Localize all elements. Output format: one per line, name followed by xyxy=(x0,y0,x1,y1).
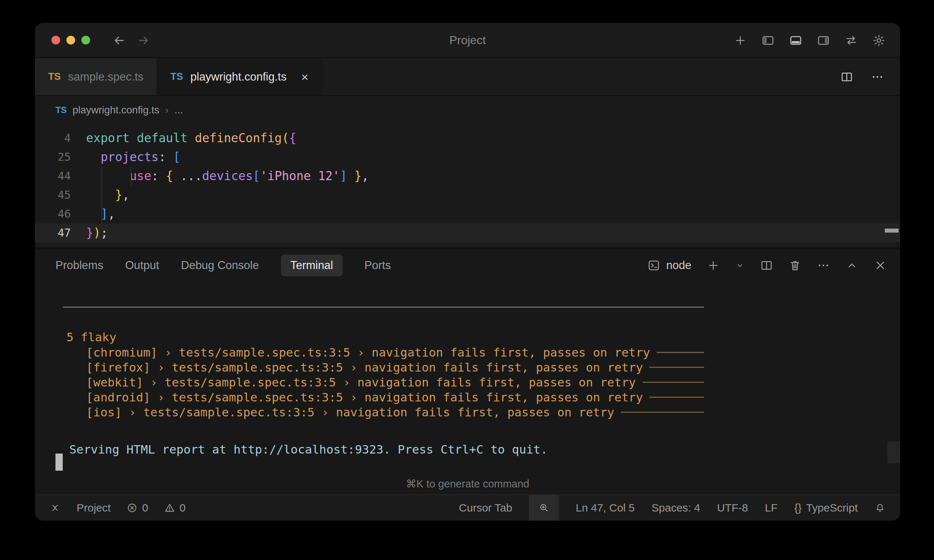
code-text: }); xyxy=(86,223,108,242)
back-button[interactable] xyxy=(112,33,126,48)
minimize-button[interactable] xyxy=(66,36,75,45)
panel-tab-ports[interactable]: Ports xyxy=(364,254,391,276)
flaky-dash-tail xyxy=(643,382,704,383)
tabbar-actions xyxy=(840,58,900,95)
statusbar-right: Cursor TabLn 47, Col 5Spaces: 4UTF-8LF{}… xyxy=(459,495,900,521)
terminal-scrollbar[interactable] xyxy=(887,442,900,463)
error-circle-icon xyxy=(126,502,137,513)
ts-file-icon: TS xyxy=(55,105,67,115)
generate-command-hint: ⌘K to generate command xyxy=(35,478,900,494)
notifications-bell[interactable] xyxy=(874,495,885,521)
error-count[interactable]: 0 xyxy=(126,495,148,521)
flaky-list: [chromium] › tests/sample.spec.ts:3:5 › … xyxy=(86,345,704,420)
panel-tabs: ProblemsOutputDebug ConsoleTerminalPorts xyxy=(35,254,391,276)
code-editor[interactable]: 4export default defineConfig({25 project… xyxy=(35,129,900,242)
terminal-cursor xyxy=(55,454,63,471)
cursor-tab-status[interactable]: Cursor Tab xyxy=(459,495,512,521)
eol-sequence-label: LF xyxy=(765,502,777,514)
overview-ruler-cursor-mark xyxy=(885,229,899,232)
panel-actions: node xyxy=(647,259,900,272)
code-line-47: 47}); xyxy=(35,223,900,242)
tab-label: playwright.config.ts xyxy=(190,70,287,83)
titlebar-actions xyxy=(734,23,885,58)
line-number: 44 xyxy=(35,167,86,186)
close-panel-button[interactable] xyxy=(874,259,887,272)
bottom-panel: ProblemsOutputDebug ConsoleTerminalPorts… xyxy=(35,248,900,494)
panel-tab-output[interactable]: Output xyxy=(125,254,159,276)
indentation[interactable]: Spaces: 4 xyxy=(652,495,700,521)
code-line-4: 4export default defineConfig({ xyxy=(35,129,900,148)
flaky-summary: 5 flaky xyxy=(66,330,116,345)
terminal-more-actions-button[interactable] xyxy=(817,259,830,272)
new-terminal-button[interactable] xyxy=(707,259,720,272)
statusbar: Project00 Cursor TabLn 47, Col 5Spaces: … xyxy=(35,494,900,521)
panel-tab-problems[interactable]: Problems xyxy=(55,254,103,276)
language-mode[interactable]: {}TypeScript xyxy=(794,495,858,521)
terminal-divider xyxy=(63,307,704,308)
kill-terminal-button[interactable] xyxy=(788,259,801,272)
breadcrumb-symbol[interactable]: ... xyxy=(174,104,183,116)
braces-icon: {} xyxy=(794,502,801,514)
editor-tab-sample.spec.ts[interactable]: TSsample.spec.ts xyxy=(35,58,157,95)
panel-tab-debug-console[interactable]: Debug Console xyxy=(181,254,259,276)
new-button[interactable] xyxy=(734,34,747,47)
zoom-indicator[interactable] xyxy=(529,495,559,521)
cursor-position[interactable]: Ln 47, Col 5 xyxy=(576,495,635,521)
cursor-position-label: Ln 47, Col 5 xyxy=(576,502,635,514)
line-number: 46 xyxy=(35,205,86,223)
bell-icon xyxy=(874,502,885,513)
code-text: projects: [ xyxy=(86,148,180,167)
zoom-button[interactable] xyxy=(82,36,90,45)
settings-button[interactable] xyxy=(872,34,885,47)
breadcrumb-file[interactable]: playwright.config.ts xyxy=(72,104,159,116)
warning-count-label: 0 xyxy=(179,502,186,514)
serving-report-line: Serving HTML report at http://localhost:… xyxy=(69,442,548,457)
close-button[interactable] xyxy=(51,36,60,45)
encoding[interactable]: UTF-8 xyxy=(717,495,748,521)
line-number: 4 xyxy=(35,129,86,148)
remote-indicator[interactable] xyxy=(49,495,60,521)
toggle-panel-button[interactable] xyxy=(789,34,802,47)
flaky-dash-tail xyxy=(649,367,704,368)
terminal-line: [chromium] › tests/sample.spec.ts:3:5 › … xyxy=(86,345,704,360)
eol-sequence[interactable]: LF xyxy=(765,495,777,521)
code-line-44: 44 use: { ...devices['iPhone 12'] }, xyxy=(35,167,900,186)
app-window: Project TSsample.spec.tsTSplaywright.con… xyxy=(35,23,900,521)
warning-count[interactable]: 0 xyxy=(164,495,186,521)
line-number: 45 xyxy=(35,186,86,205)
terminal-output[interactable]: 5 flaky [chromium] › tests/sample.spec.t… xyxy=(35,282,900,479)
split-editor-button[interactable] xyxy=(840,70,853,83)
forward-button[interactable] xyxy=(136,33,151,48)
customize-layout-button[interactable] xyxy=(845,34,858,47)
flaky-text: [chromium] › tests/sample.spec.ts:3:5 › … xyxy=(86,346,650,360)
flaky-dash-tail xyxy=(621,412,704,413)
flaky-text: [webkit] › tests/sample.spec.ts:3:5 › na… xyxy=(86,375,636,389)
indent-guide xyxy=(102,167,102,186)
code-line-45: 45 }, xyxy=(35,186,900,205)
editor-tabbar: TSsample.spec.tsTSplaywright.config.ts× xyxy=(35,58,900,96)
terminal-prompt-icon xyxy=(647,259,660,272)
editor-area[interactable]: TS playwright.config.ts › ... 4export de… xyxy=(35,97,900,248)
breadcrumb[interactable]: TS playwright.config.ts › ... xyxy=(55,102,183,118)
error-count-label: 0 xyxy=(142,502,148,514)
toggle-secondary-sidebar-button[interactable] xyxy=(817,34,830,47)
indent-guide xyxy=(102,186,102,205)
panel-tab-terminal[interactable]: Terminal xyxy=(281,254,342,276)
split-terminal-button[interactable] xyxy=(760,259,773,272)
language-mode-label: TypeScript xyxy=(806,502,858,514)
terminal-instance[interactable]: node xyxy=(647,259,691,272)
terminal-profile-dropdown[interactable] xyxy=(735,261,744,270)
tab-close-icon[interactable]: × xyxy=(301,71,308,83)
more-actions-button[interactable] xyxy=(871,70,884,83)
ts-badge-icon: TS xyxy=(48,71,61,82)
indent-guide xyxy=(131,167,131,186)
editor-tab-playwright.config.ts[interactable]: TSplaywright.config.ts× xyxy=(157,58,322,95)
terminal-line: [webkit] › tests/sample.spec.ts:3:5 › na… xyxy=(86,375,704,390)
flaky-text: [firefox] › tests/sample.spec.ts:3:5 › n… xyxy=(86,361,643,374)
terminal-shell-label: node xyxy=(666,259,691,272)
toggle-primary-sidebar-button[interactable] xyxy=(761,34,775,47)
maximize-panel-button[interactable] xyxy=(845,259,858,272)
terminal-line: [firefox] › tests/sample.spec.ts:3:5 › n… xyxy=(86,360,704,375)
code-text: }, xyxy=(86,186,129,205)
workspace-name[interactable]: Project xyxy=(77,495,111,521)
